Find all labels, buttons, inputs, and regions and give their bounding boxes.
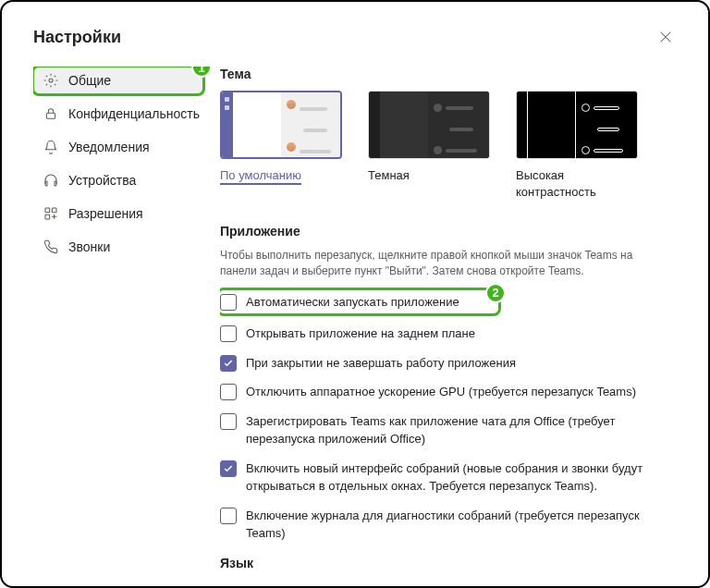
checkbox[interactable]: [220, 355, 237, 372]
checkbox-label: Включение журнала для диагностики собран…: [246, 507, 666, 543]
sidebar-item-notifications[interactable]: Уведомления: [33, 133, 203, 161]
close-icon: [659, 31, 672, 43]
sidebar-item-devices[interactable]: Устройства: [33, 166, 203, 194]
sidebar: 1 Общие Конфиденциальность Уведомления У…: [33, 67, 203, 588]
sidebar-item-privacy[interactable]: Конфиденциальность: [33, 100, 203, 128]
theme-section-title: Тема: [220, 67, 666, 81]
checkbox[interactable]: [220, 413, 237, 430]
sidebar-item-label: Конфиденциальность: [68, 106, 200, 121]
phone-icon: [43, 239, 59, 255]
application-description: Чтобы выполнить перезапуск, щелкните пра…: [220, 248, 666, 279]
lock-icon: [43, 105, 59, 122]
sidebar-item-label: Звонки: [68, 239, 110, 254]
checkbox-label: Отключить аппаратное ускорение GPU (треб…: [246, 383, 666, 401]
checkbox[interactable]: [220, 460, 237, 477]
svg-point-0: [49, 79, 53, 82]
annotation-badge-1: 1: [191, 67, 212, 78]
checkbox-label: Открывать приложение на заднем плане: [246, 325, 666, 343]
page-title: Настройки: [33, 28, 121, 47]
sidebar-item-label: Общие: [68, 73, 111, 88]
option-keep-running-on-close[interactable]: При закрытии не завершать работу приложе…: [220, 354, 666, 373]
option-register-office-chat[interactable]: Зарегистрировать Teams как приложение ча…: [220, 412, 666, 448]
option-disable-gpu[interactable]: Отключить аппаратное ускорение GPU (треб…: [220, 383, 666, 401]
apps-icon: [43, 205, 59, 222]
sidebar-item-calls[interactable]: Звонки: [33, 233, 203, 261]
bell-icon: [43, 139, 59, 155]
theme-label: Высокая контрастность: [516, 168, 596, 199]
svg-rect-2: [45, 208, 50, 213]
checkbox-label: Включить новый интерфейс собраний (новые…: [246, 459, 666, 496]
checkbox[interactable]: [220, 294, 237, 311]
theme-label: По умолчанию: [220, 168, 301, 185]
sidebar-item-general[interactable]: 1 Общие: [33, 67, 203, 94]
checkbox-label: При закрытии не завершать работу приложе…: [246, 354, 666, 373]
headphones-icon: [43, 172, 59, 189]
theme-option-dark[interactable]: Темная: [368, 91, 490, 200]
checkbox-label: Автоматически запускать приложение: [246, 293, 660, 312]
theme-option-default[interactable]: По умолчанию: [220, 91, 342, 200]
checkbox[interactable]: [220, 325, 237, 342]
option-meeting-logging[interactable]: Включение журнала для диагностики собран…: [220, 507, 666, 543]
theme-preview-default: [220, 91, 342, 159]
close-button[interactable]: [655, 26, 677, 48]
sidebar-item-label: Устройства: [68, 173, 136, 188]
content-pane: Тема По умолчанию: [220, 67, 677, 588]
theme-preview-high-contrast: [516, 91, 638, 159]
option-auto-start[interactable]: 2 Автоматически запускать приложение: [220, 290, 666, 314]
svg-rect-1: [46, 113, 55, 118]
checkbox[interactable]: [220, 384, 237, 400]
svg-rect-4: [45, 214, 50, 219]
application-section-title: Приложение: [220, 224, 666, 239]
sidebar-item-permissions[interactable]: Разрешения: [33, 200, 203, 227]
sidebar-item-label: Разрешения: [68, 206, 143, 221]
language-section-title: Язык: [220, 556, 666, 570]
checkbox[interactable]: [220, 508, 237, 524]
svg-rect-3: [52, 208, 56, 213]
theme-option-high-contrast[interactable]: Высокая контрастность: [516, 91, 638, 200]
sidebar-item-label: Уведомления: [68, 140, 150, 154]
gear-icon: [43, 72, 59, 89]
option-new-meeting-experience[interactable]: Включить новый интерфейс собраний (новые…: [220, 459, 666, 496]
theme-label: Темная: [368, 168, 410, 182]
checkbox-label: Зарегистрировать Teams как приложение ча…: [246, 412, 666, 448]
theme-preview-dark: [368, 91, 490, 159]
option-open-background[interactable]: Открывать приложение на заднем плане: [220, 325, 666, 343]
